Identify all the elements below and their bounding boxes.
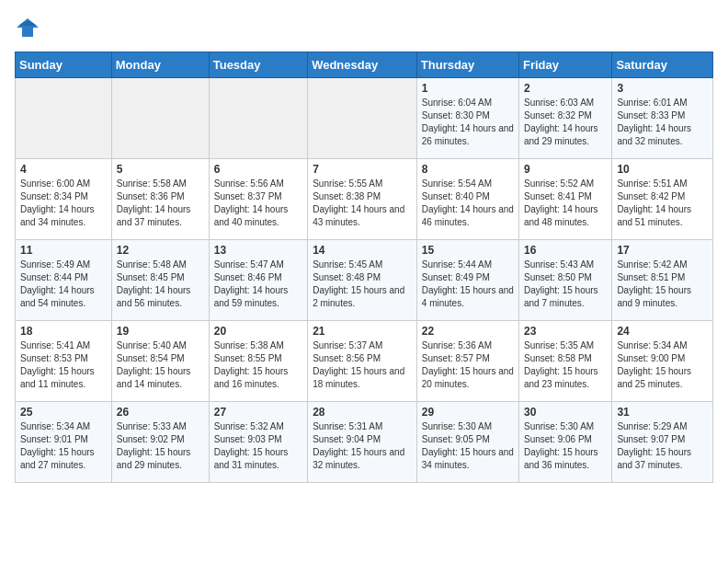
day-info: Sunrise: 5:42 AMSunset: 8:51 PMDaylight:… — [617, 259, 708, 310]
calendar-table: SundayMondayTuesdayWednesdayThursdayFrid… — [15, 52, 713, 483]
day-number: 19 — [117, 325, 204, 338]
day-info: Sunrise: 5:38 AMSunset: 8:55 PMDaylight:… — [214, 339, 302, 391]
day-info: Sunrise: 5:29 AMSunset: 9:07 PMDaylight:… — [617, 420, 708, 472]
calendar-cell: 19Sunrise: 5:40 AMSunset: 8:54 PMDayligh… — [111, 321, 209, 402]
calendar-cell: 21Sunrise: 5:37 AMSunset: 8:56 PMDayligh… — [308, 321, 417, 402]
day-info: Sunrise: 5:45 AMSunset: 8:48 PMDaylight:… — [313, 259, 412, 310]
day-number: 12 — [117, 244, 204, 257]
calendar-cell: 5Sunrise: 5:58 AMSunset: 8:36 PMDaylight… — [111, 159, 209, 240]
day-info: Sunrise: 5:49 AMSunset: 8:44 PMDaylight:… — [20, 259, 107, 310]
weekday-header-saturday: Saturday — [612, 52, 713, 78]
calendar-cell: 4Sunrise: 6:00 AMSunset: 8:34 PMDaylight… — [16, 159, 112, 240]
calendar-week-4: 18Sunrise: 5:41 AMSunset: 8:53 PMDayligh… — [16, 321, 713, 402]
day-number: 16 — [524, 244, 607, 257]
day-number: 13 — [214, 244, 302, 257]
day-number: 24 — [617, 325, 708, 338]
calendar-week-5: 25Sunrise: 5:34 AMSunset: 9:01 PMDayligh… — [16, 402, 713, 483]
day-info: Sunrise: 5:34 AMSunset: 9:00 PMDaylight:… — [617, 339, 708, 391]
weekday-header-wednesday: Wednesday — [308, 52, 417, 78]
calendar-cell: 8Sunrise: 5:54 AMSunset: 8:40 PMDaylight… — [416, 159, 518, 240]
calendar-cell: 2Sunrise: 6:03 AMSunset: 8:32 PMDaylight… — [518, 78, 611, 159]
calendar-cell: 14Sunrise: 5:45 AMSunset: 8:48 PMDayligh… — [308, 240, 417, 321]
day-info: Sunrise: 5:30 AMSunset: 9:05 PMDaylight:… — [422, 420, 514, 472]
day-info: Sunrise: 5:44 AMSunset: 8:49 PMDaylight:… — [422, 259, 514, 310]
day-number: 15 — [422, 244, 514, 257]
day-number: 25 — [20, 406, 107, 419]
weekday-header-row: SundayMondayTuesdayWednesdayThursdayFrid… — [16, 52, 713, 78]
day-info: Sunrise: 5:33 AMSunset: 9:02 PMDaylight:… — [117, 420, 204, 472]
calendar-week-3: 11Sunrise: 5:49 AMSunset: 8:44 PMDayligh… — [16, 240, 713, 321]
day-info: Sunrise: 6:03 AMSunset: 8:32 PMDaylight:… — [524, 97, 607, 148]
calendar-cell: 7Sunrise: 5:55 AMSunset: 8:38 PMDaylight… — [308, 159, 417, 240]
day-number: 23 — [524, 325, 607, 338]
calendar-cell — [16, 78, 112, 159]
calendar-cell: 31Sunrise: 5:29 AMSunset: 9:07 PMDayligh… — [612, 402, 713, 483]
calendar-body: 1Sunrise: 6:04 AMSunset: 8:30 PMDaylight… — [16, 78, 713, 483]
day-info: Sunrise: 5:40 AMSunset: 8:54 PMDaylight:… — [117, 339, 204, 391]
day-info: Sunrise: 5:56 AMSunset: 8:37 PMDaylight:… — [214, 178, 302, 229]
day-number: 26 — [117, 406, 204, 419]
day-info: Sunrise: 5:47 AMSunset: 8:46 PMDaylight:… — [214, 259, 302, 310]
day-info: Sunrise: 6:00 AMSunset: 8:34 PMDaylight:… — [20, 178, 107, 229]
day-info: Sunrise: 5:54 AMSunset: 8:40 PMDaylight:… — [422, 178, 514, 229]
calendar-cell: 17Sunrise: 5:42 AMSunset: 8:51 PMDayligh… — [612, 240, 713, 321]
calendar-week-2: 4Sunrise: 6:00 AMSunset: 8:34 PMDaylight… — [16, 159, 713, 240]
day-info: Sunrise: 5:51 AMSunset: 8:42 PMDaylight:… — [617, 178, 708, 229]
day-info: Sunrise: 6:04 AMSunset: 8:30 PMDaylight:… — [422, 97, 514, 148]
day-number: 9 — [524, 163, 607, 176]
calendar-cell: 1Sunrise: 6:04 AMSunset: 8:30 PMDaylight… — [416, 78, 518, 159]
calendar-cell: 28Sunrise: 5:31 AMSunset: 9:04 PMDayligh… — [308, 402, 417, 483]
calendar-cell: 27Sunrise: 5:32 AMSunset: 9:03 PMDayligh… — [209, 402, 307, 483]
day-number: 27 — [214, 406, 302, 419]
day-info: Sunrise: 5:55 AMSunset: 8:38 PMDaylight:… — [313, 178, 412, 229]
page-header — [15, 15, 713, 40]
calendar-cell: 23Sunrise: 5:35 AMSunset: 8:58 PMDayligh… — [518, 321, 611, 402]
day-info: Sunrise: 5:37 AMSunset: 8:56 PMDaylight:… — [313, 339, 412, 391]
day-number: 2 — [524, 82, 607, 95]
day-info: Sunrise: 5:48 AMSunset: 8:45 PMDaylight:… — [117, 259, 204, 310]
day-number: 28 — [313, 406, 412, 419]
day-info: Sunrise: 5:52 AMSunset: 8:41 PMDaylight:… — [524, 178, 607, 229]
weekday-header-friday: Friday — [518, 52, 611, 78]
day-info: Sunrise: 5:30 AMSunset: 9:06 PMDaylight:… — [524, 420, 607, 472]
logo-icon — [15, 15, 40, 40]
day-number: 22 — [422, 325, 514, 338]
day-number: 3 — [617, 82, 708, 95]
calendar-cell: 29Sunrise: 5:30 AMSunset: 9:05 PMDayligh… — [416, 402, 518, 483]
calendar-cell: 22Sunrise: 5:36 AMSunset: 8:57 PMDayligh… — [416, 321, 518, 402]
calendar-cell — [308, 78, 417, 159]
day-number: 4 — [20, 163, 107, 176]
logo — [15, 15, 44, 40]
calendar-cell: 30Sunrise: 5:30 AMSunset: 9:06 PMDayligh… — [518, 402, 611, 483]
day-number: 21 — [313, 325, 412, 338]
day-number: 30 — [524, 406, 607, 419]
day-number: 20 — [214, 325, 302, 338]
day-number: 18 — [20, 325, 107, 338]
calendar-cell — [111, 78, 209, 159]
calendar-cell: 3Sunrise: 6:01 AMSunset: 8:33 PMDaylight… — [612, 78, 713, 159]
day-number: 17 — [617, 244, 708, 257]
day-info: Sunrise: 5:31 AMSunset: 9:04 PMDaylight:… — [313, 420, 412, 472]
calendar-cell: 20Sunrise: 5:38 AMSunset: 8:55 PMDayligh… — [209, 321, 307, 402]
day-number: 7 — [313, 163, 412, 176]
calendar-cell: 16Sunrise: 5:43 AMSunset: 8:50 PMDayligh… — [518, 240, 611, 321]
calendar-cell: 13Sunrise: 5:47 AMSunset: 8:46 PMDayligh… — [209, 240, 307, 321]
calendar-cell: 9Sunrise: 5:52 AMSunset: 8:41 PMDaylight… — [518, 159, 611, 240]
weekday-header-thursday: Thursday — [416, 52, 518, 78]
day-info: Sunrise: 5:58 AMSunset: 8:36 PMDaylight:… — [117, 178, 204, 229]
calendar-cell: 18Sunrise: 5:41 AMSunset: 8:53 PMDayligh… — [16, 321, 112, 402]
day-info: Sunrise: 5:35 AMSunset: 8:58 PMDaylight:… — [524, 339, 607, 391]
weekday-header-sunday: Sunday — [16, 52, 112, 78]
day-number: 11 — [20, 244, 107, 257]
calendar-cell: 24Sunrise: 5:34 AMSunset: 9:00 PMDayligh… — [612, 321, 713, 402]
calendar-cell: 11Sunrise: 5:49 AMSunset: 8:44 PMDayligh… — [16, 240, 112, 321]
day-info: Sunrise: 5:41 AMSunset: 8:53 PMDaylight:… — [20, 339, 107, 391]
day-number: 8 — [422, 163, 514, 176]
calendar-cell: 15Sunrise: 5:44 AMSunset: 8:49 PMDayligh… — [416, 240, 518, 321]
day-number: 1 — [422, 82, 514, 95]
day-number: 14 — [313, 244, 412, 257]
day-number: 5 — [117, 163, 204, 176]
calendar-cell: 25Sunrise: 5:34 AMSunset: 9:01 PMDayligh… — [16, 402, 112, 483]
calendar-cell: 26Sunrise: 5:33 AMSunset: 9:02 PMDayligh… — [111, 402, 209, 483]
day-info: Sunrise: 5:32 AMSunset: 9:03 PMDaylight:… — [214, 420, 302, 472]
